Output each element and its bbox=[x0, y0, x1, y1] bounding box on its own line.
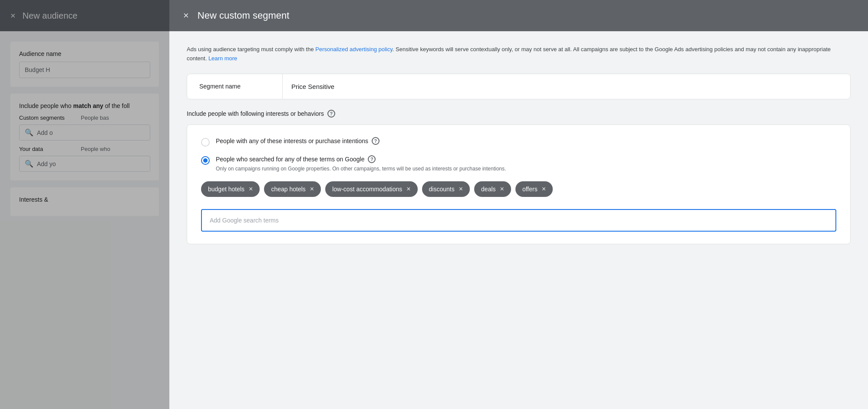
tag-cheap-hotels: cheap hotels × bbox=[264, 181, 321, 197]
search-terms-input[interactable] bbox=[201, 209, 836, 232]
dialog-header: × New custom segment bbox=[169, 0, 868, 31]
segment-name-label: Segment name bbox=[187, 74, 283, 99]
tag-label-offers: offers bbox=[522, 186, 538, 193]
tag-label-cheap-hotels: cheap hotels bbox=[271, 186, 305, 193]
option2-help-icon[interactable]: ? bbox=[368, 155, 376, 163]
tag-deals: deals × bbox=[474, 181, 511, 197]
option1-help-icon[interactable]: ? bbox=[372, 137, 380, 145]
tag-label-deals: deals bbox=[481, 186, 495, 193]
policy-notice: Ads using audience targeting must comply… bbox=[187, 45, 851, 63]
radio-text-interests: People with any of these interests or pu… bbox=[216, 137, 836, 145]
tag-remove-cheap-hotels[interactable]: × bbox=[310, 186, 314, 193]
tag-remove-offers[interactable]: × bbox=[542, 186, 546, 193]
learn-more-link[interactable]: Learn more bbox=[208, 55, 237, 62]
tag-remove-deals[interactable]: × bbox=[500, 186, 504, 193]
tag-offers: offers × bbox=[515, 181, 553, 197]
tag-budget-hotels: budget hotels × bbox=[201, 181, 260, 197]
dialog-close-icon[interactable]: × bbox=[183, 11, 189, 20]
dialog-title: New custom segment bbox=[198, 10, 290, 21]
search-terms-tags: budget hotels × cheap hotels × low-cost … bbox=[201, 181, 836, 197]
segment-name-card: Segment name bbox=[187, 74, 851, 99]
interests-behaviors-label: Include people with following interests … bbox=[187, 110, 851, 118]
radio-option-search[interactable]: People who searched for any of these ter… bbox=[201, 155, 836, 173]
tag-label-budget-hotels: budget hotels bbox=[208, 186, 244, 193]
tag-label-low-cost-accommodations: low-cost accommodations bbox=[332, 186, 402, 193]
radio-sub-search: Only on campaigns running on Google prop… bbox=[216, 165, 836, 173]
radio-main-search: People who searched for any of these ter… bbox=[216, 155, 836, 163]
tag-label-discounts: discounts bbox=[429, 186, 455, 193]
tag-remove-budget-hotels[interactable]: × bbox=[249, 186, 253, 193]
overlay bbox=[0, 0, 169, 409]
radio-text-search: People who searched for any of these ter… bbox=[216, 155, 836, 173]
dialog-body: Ads using audience targeting must comply… bbox=[169, 31, 868, 409]
personalized-advertising-policy-link[interactable]: Personalized advertising policy bbox=[315, 46, 393, 52]
tag-low-cost-accommodations: low-cost accommodations × bbox=[325, 181, 417, 197]
custom-segment-dialog: × New custom segment Ads using audience … bbox=[169, 0, 868, 409]
radio-circle-search[interactable] bbox=[201, 156, 210, 165]
tag-remove-discounts[interactable]: × bbox=[459, 186, 463, 193]
tag-discounts: discounts × bbox=[422, 181, 470, 197]
radio-option-interests[interactable]: People with any of these interests or pu… bbox=[201, 137, 836, 147]
radio-circle-interests[interactable] bbox=[201, 138, 210, 147]
tag-remove-low-cost-accommodations[interactable]: × bbox=[406, 186, 410, 193]
segment-name-input[interactable] bbox=[283, 74, 850, 99]
radio-main-interests: People with any of these interests or pu… bbox=[216, 137, 836, 145]
options-card: People with any of these interests or pu… bbox=[187, 124, 851, 244]
interests-help-icon[interactable]: ? bbox=[327, 110, 335, 118]
